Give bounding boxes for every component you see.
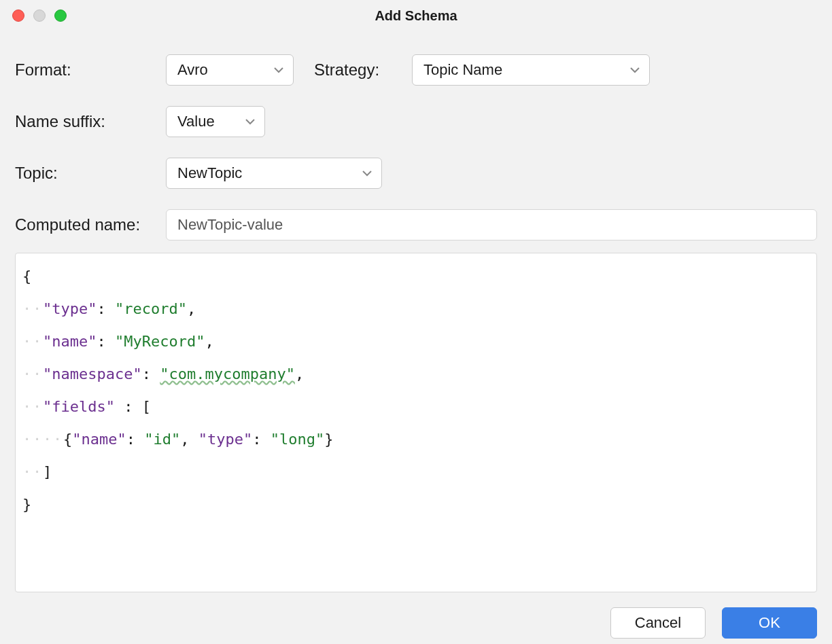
- dialog-content: Format: Avro Strategy: Topic Name Name s…: [0, 31, 832, 592]
- computed-name-value: NewTopic-value: [177, 216, 283, 234]
- name-suffix-select[interactable]: Value: [166, 106, 265, 137]
- row-name-suffix: Name suffix: Value: [15, 106, 817, 137]
- chevron-down-icon: [630, 67, 640, 73]
- format-select[interactable]: Avro: [166, 54, 294, 86]
- name-suffix-value: Value: [177, 113, 215, 130]
- chevron-down-icon: [274, 67, 283, 73]
- topic-value: NewTopic: [177, 164, 242, 182]
- row-computed-name: Computed name: NewTopic-value: [15, 209, 817, 240]
- topic-select[interactable]: NewTopic: [166, 158, 382, 189]
- computed-name-label: Computed name:: [15, 215, 166, 234]
- computed-name-field[interactable]: NewTopic-value: [166, 209, 817, 240]
- strategy-label: Strategy:: [314, 60, 412, 79]
- format-label: Format:: [15, 60, 166, 79]
- titlebar: Add Schema: [0, 0, 832, 31]
- ok-button[interactable]: OK: [722, 607, 817, 639]
- name-suffix-label: Name suffix:: [15, 112, 166, 131]
- row-topic: Topic: NewTopic: [15, 158, 817, 189]
- cancel-button[interactable]: Cancel: [610, 607, 706, 639]
- row-format-strategy: Format: Avro Strategy: Topic Name: [15, 54, 817, 86]
- chevron-down-icon: [362, 171, 372, 177]
- schema-editor[interactable]: { ··"type": "record", ··"name": "MyRecor…: [15, 253, 817, 592]
- strategy-value: Topic Name: [423, 61, 502, 79]
- format-value: Avro: [177, 61, 208, 79]
- window-title: Add Schema: [0, 8, 832, 24]
- strategy-select[interactable]: Topic Name: [412, 54, 650, 86]
- topic-label: Topic:: [15, 164, 166, 183]
- dialog-footer: Cancel OK: [0, 592, 832, 639]
- chevron-down-icon: [245, 119, 255, 125]
